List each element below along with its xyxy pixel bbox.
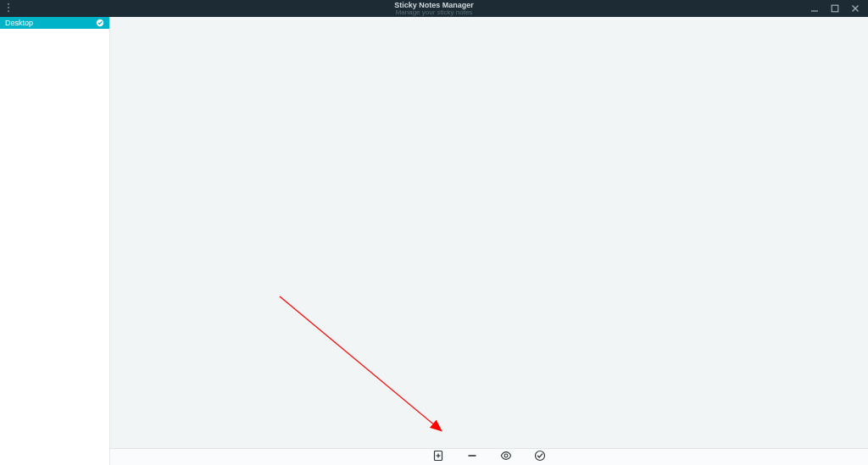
- new-note-icon: [432, 450, 444, 465]
- svg-point-1: [8, 7, 9, 8]
- titlebar: Sticky Notes Manager Manage your sticky …: [0, 0, 868, 17]
- title-block: Sticky Notes Manager Manage your sticky …: [394, 2, 474, 16]
- maximize-icon: [831, 1, 839, 16]
- svg-rect-4: [832, 5, 838, 12]
- preview-button[interactable]: [499, 451, 513, 464]
- workspace: Desktop: [0, 17, 868, 465]
- annotation-arrow: [110, 17, 868, 448]
- new-note-button[interactable]: [431, 451, 445, 464]
- window-subtitle: Manage your sticky notes: [394, 9, 474, 16]
- minus-icon: [466, 450, 478, 465]
- svg-line-9: [280, 296, 441, 430]
- svg-point-2: [8, 10, 9, 12]
- window-controls: [809, 3, 868, 14]
- notes-canvas[interactable]: [110, 17, 868, 448]
- content-area: [110, 17, 868, 465]
- app-menu-button[interactable]: [0, 0, 17, 17]
- remove-button[interactable]: [465, 451, 479, 464]
- check-circle-icon: [96, 19, 104, 27]
- bottom-toolbar: [110, 448, 868, 465]
- maximize-button[interactable]: [829, 3, 841, 14]
- close-icon: [851, 1, 860, 16]
- sidebar: Desktop: [0, 17, 110, 465]
- svg-point-14: [504, 454, 508, 457]
- minimize-button[interactable]: [809, 3, 821, 14]
- apply-button[interactable]: [533, 451, 547, 464]
- eye-icon: [500, 450, 512, 465]
- sidebar-item-label: Desktop: [5, 19, 33, 27]
- sidebar-item-desktop[interactable]: Desktop: [0, 17, 109, 29]
- svg-point-0: [8, 3, 9, 5]
- vertical-dots-icon: [4, 1, 13, 16]
- minimize-icon: [810, 1, 819, 16]
- close-button[interactable]: [849, 3, 861, 14]
- check-circle-icon: [534, 450, 546, 465]
